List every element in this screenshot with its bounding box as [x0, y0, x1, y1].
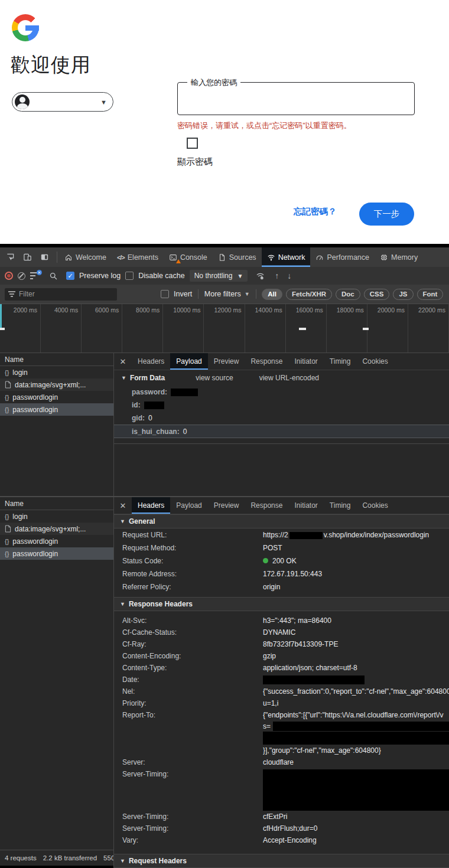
form-data-row: id:	[121, 399, 449, 412]
header-row: Alt-Svc:h3=":443"; ma=86400	[114, 615, 449, 626]
detail-tab-headers[interactable]: Headers	[132, 497, 170, 514]
tab-memory[interactable]: Memory	[375, 247, 423, 267]
view-url-encoded-link[interactable]: view URL-encoded	[259, 374, 319, 382]
dock-side-icon[interactable]	[37, 249, 53, 265]
search-icon[interactable]	[45, 268, 61, 284]
inspect-element-icon[interactable]	[2, 249, 18, 265]
throttling-select[interactable]: No throttling ▼	[190, 270, 248, 282]
chip-all[interactable]: All	[262, 289, 282, 300]
filter-input[interactable]	[19, 290, 113, 298]
request-bar	[299, 328, 306, 330]
form-data-fields: password:id:gid:0is_hui_chuan:0	[121, 386, 449, 438]
table-row[interactable]: {}passwordlogin	[0, 391, 113, 403]
json-icon: {}	[5, 394, 9, 401]
detail-tab-timing[interactable]: Timing	[324, 353, 357, 370]
preserve-log-label: Preserve log	[79, 272, 121, 280]
preserve-log-checkbox[interactable]: ✓	[66, 272, 74, 280]
form-data-key: is_hui_chuan:	[132, 428, 180, 436]
json-icon: {}	[5, 369, 9, 376]
show-password-checkbox[interactable]	[187, 138, 198, 149]
request-headers-section-header[interactable]: ▼ Request Headers	[114, 854, 449, 868]
detail-tab-initiator[interactable]: Initiator	[288, 497, 323, 514]
close-icon[interactable]: ✕	[114, 497, 132, 514]
request-list: Name {}logindata:image/svg+xml;...{}pass…	[0, 497, 114, 868]
invert-label: Invert	[174, 290, 192, 298]
general-section-header[interactable]: ▼ General	[114, 514, 449, 528]
network-panel-payload: Name {}logindata:image/svg+xml;...{}pass…	[0, 353, 449, 496]
request-list: Name {}logindata:image/svg+xml;...{}pass…	[0, 353, 114, 496]
network-icon	[267, 253, 275, 262]
disable-cache-checkbox[interactable]	[125, 272, 134, 280]
table-row[interactable]: data:image/svg+xml;...	[0, 523, 113, 535]
filter-toggle-icon[interactable]: ✕	[30, 272, 41, 280]
devtools-top-icons	[0, 247, 55, 267]
table-row[interactable]: {}login	[0, 510, 113, 523]
detail-tab-cookies[interactable]: Cookies	[356, 497, 393, 514]
header-row: Referrer Policy:origin	[114, 580, 449, 593]
network-conditions-icon[interactable]	[252, 268, 268, 284]
table-row[interactable]: {}passwordlogin	[0, 535, 113, 547]
detail-tab-payload[interactable]: Payload	[170, 353, 207, 370]
invert-checkbox[interactable]	[161, 290, 169, 298]
view-source-link[interactable]: view source	[196, 374, 233, 382]
divider	[198, 289, 199, 299]
chip-font[interactable]: Font	[417, 289, 444, 300]
tab-sources[interactable]: Sources	[213, 247, 262, 267]
chip-js[interactable]: JS	[393, 289, 413, 300]
form-data-section: ▼ Form Data view source view URL-encoded…	[114, 370, 449, 444]
report-to-line2: s=	[263, 721, 449, 732]
filter-bar: Invert More filters ▼ AllFetch/XHRDocCSS…	[0, 285, 449, 304]
timeline-tick: 18000 ms	[327, 304, 367, 353]
next-button[interactable]: 下一步	[359, 203, 414, 226]
header-row: Server:cloudflare	[114, 756, 449, 768]
tab-network[interactable]: Network	[262, 247, 311, 267]
tab-console[interactable]: Console	[164, 247, 213, 267]
chip-doc[interactable]: Doc	[336, 289, 360, 300]
tab-welcome[interactable]: Welcome	[59, 247, 112, 267]
form-data-value: 0	[183, 428, 187, 436]
header-key: Remote Address:	[114, 567, 263, 580]
triangle-down-icon[interactable]: ▼	[121, 375, 126, 381]
table-row[interactable]: {}login	[0, 366, 113, 378]
more-filters-button[interactable]: More filters ▼	[204, 290, 250, 298]
account-chip[interactable]: ▼	[12, 92, 113, 112]
detail-tab-response[interactable]: Response	[245, 353, 288, 370]
export-har-icon[interactable]: ↓	[285, 271, 293, 280]
close-icon[interactable]: ✕	[114, 353, 132, 370]
import-har-icon[interactable]: ↑	[273, 271, 281, 280]
header-value: h3=":443"; ma=86400	[263, 615, 449, 626]
filter-box	[5, 288, 117, 301]
tab-performance[interactable]: Performance	[310, 247, 375, 267]
detail-tab-timing[interactable]: Timing	[324, 497, 357, 514]
response-headers-section-header[interactable]: ▼ Response Headers	[114, 597, 449, 611]
clear-icon[interactable]	[18, 272, 25, 280]
record-icon[interactable]	[5, 272, 13, 280]
device-toolbar-icon[interactable]	[19, 249, 35, 265]
header-value: application/json; charset=utf-8	[263, 662, 449, 674]
chip-css[interactable]: CSS	[364, 289, 390, 300]
detail-tab-response[interactable]: Response	[245, 497, 288, 514]
header-row: Vary:Accept-Encoding	[114, 834, 449, 846]
detail-tab-preview[interactable]: Preview	[208, 353, 245, 370]
requests-count: 4 requests	[5, 854, 37, 862]
detail-tab-preview[interactable]: Preview	[208, 497, 245, 514]
home-icon	[64, 253, 73, 262]
header-value: POST	[263, 541, 449, 554]
header-row: Cf-Ray:8fb7323f7b413309-TPE	[114, 638, 449, 650]
detail-tab-initiator[interactable]: Initiator	[288, 353, 323, 370]
header-value: 200 OK	[263, 554, 449, 567]
forgot-password-link[interactable]: 忘記密碼？	[294, 206, 337, 217]
detail-tab-cookies[interactable]: Cookies	[356, 353, 393, 370]
detail-tab-headers[interactable]: Headers	[132, 353, 170, 370]
redacted-value	[171, 389, 198, 396]
table-row[interactable]: data:image/svg+xml;...	[0, 378, 113, 391]
table-row[interactable]: {}passwordlogin	[0, 403, 113, 416]
header-row: Status Code:200 OK	[114, 554, 449, 567]
request-rows: {}logindata:image/svg+xml;...{}passwordl…	[0, 366, 113, 416]
table-row[interactable]: {}passwordlogin	[0, 547, 113, 560]
network-timeline[interactable]: 2000 ms4000 ms6000 ms8000 ms10000 ms1200…	[0, 304, 449, 353]
tab-elements[interactable]: </>Elements	[112, 247, 164, 267]
detail-tab-payload[interactable]: Payload	[170, 497, 207, 514]
timeline-tick: 2000 ms	[0, 304, 41, 353]
chip-fetchxhr[interactable]: Fetch/XHR	[286, 289, 332, 300]
